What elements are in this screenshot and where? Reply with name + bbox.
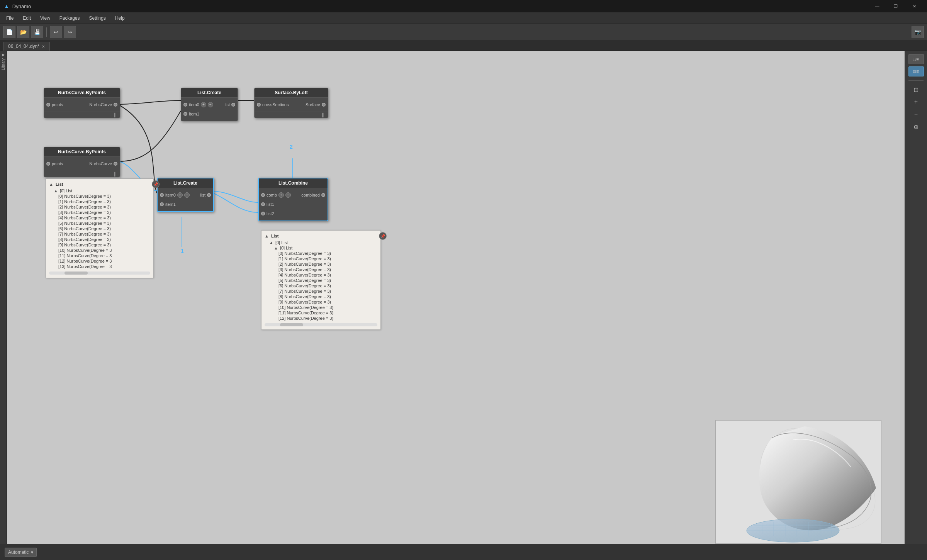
node-listcreate1[interactable]: List.Create item0 + − item1 (181, 88, 238, 121)
menu-item-settings[interactable]: Settings (85, 14, 110, 22)
node-listcombine[interactable]: List.Combine comb + − list1 li (258, 178, 328, 221)
port-dot-list2-in[interactable] (261, 212, 265, 216)
save-button[interactable]: 💾 (31, 26, 43, 38)
number-label-2: 2 (290, 144, 293, 150)
toolbar: 📄 📂 💾 ↩ ↪ 📷 (0, 24, 927, 40)
main-area: ▶ Library NurbsCurve.ByPoin (0, 51, 927, 544)
node-nurbscurve2[interactable]: NurbsCurve.ByPoints points NurbsCurve ▌ (44, 147, 120, 177)
node-listcombine-title: List.Combine (259, 178, 328, 188)
watch2-item-5: [3] NurbsCurve(Degree = 3) (265, 267, 377, 272)
port-list2: list2 (261, 210, 291, 217)
menu-item-file[interactable]: File (2, 14, 18, 22)
canvas[interactable]: NurbsCurve.ByPoints points NurbsCurve ▌ (7, 51, 905, 544)
zoom-out-button[interactable]: − (911, 109, 921, 119)
watch2-item-1: ▲ [0] List (265, 245, 377, 251)
watch2-title: List (271, 234, 279, 238)
node-nurbscurve1[interactable]: NurbsCurve.ByPoints points NurbsCurve ▌ (44, 88, 120, 118)
zoom-fit-button[interactable]: ⊡ (911, 85, 921, 95)
viewport-3d-svg (716, 421, 881, 544)
menu-item-help[interactable]: Help (110, 14, 129, 22)
panel-separator-1 (908, 80, 924, 81)
node-surface-byloft[interactable]: Surface.ByLoft crossSections Surface ▌ (254, 88, 328, 118)
menu-item-packages[interactable]: Packages (55, 14, 85, 22)
node-listcreate2-title: List.Create (158, 178, 213, 188)
port-dot-crosssections[interactable] (257, 103, 261, 107)
watch2-item-10: [8] NurbsCurve(Degree = 3) (265, 294, 377, 299)
minimize-button[interactable]: — (868, 0, 886, 12)
port-dot-combined[interactable] (321, 193, 325, 197)
mode-label: Automatic (8, 550, 29, 555)
dropdown-arrow-icon: ▾ (31, 550, 33, 555)
port-combined-out: combined (301, 191, 325, 199)
watch2-item-13: [11] NurbsCurve(Degree = 3) (265, 310, 377, 316)
statusbar: Automatic ▾ (0, 544, 927, 560)
add-port-comb[interactable]: + (278, 192, 284, 198)
port-dot-surface[interactable] (322, 103, 326, 107)
library-arrow-icon: ▶ (2, 53, 5, 57)
port-dot-nurbscurve1[interactable] (114, 103, 117, 107)
watch1-pin-button[interactable]: 📌 (152, 180, 160, 188)
maximize-button[interactable]: ❐ (887, 0, 905, 12)
port-dot-item0-2[interactable] (160, 193, 164, 197)
remove-port-btn2[interactable]: − (184, 192, 190, 198)
watch2-scrollbar[interactable] (265, 323, 377, 326)
add-port-btn2[interactable]: + (177, 192, 183, 198)
snapshot-button[interactable]: 📷 (912, 26, 924, 38)
app-icon: ▲ (4, 3, 9, 9)
port-dot-list2[interactable] (207, 193, 211, 197)
remove-port-btn1[interactable]: − (208, 102, 213, 107)
watch2-item-7: [5] NurbsCurve(Degree = 3) (265, 278, 377, 283)
port-dot-list1-in[interactable] (261, 202, 265, 206)
undo-button[interactable]: ↩ (50, 26, 62, 38)
port-dot-list1[interactable] (231, 103, 235, 107)
add-port-btn1[interactable]: + (201, 102, 206, 107)
mode-dropdown[interactable]: Automatic ▾ (5, 548, 37, 557)
menu-item-view[interactable]: View (36, 14, 55, 22)
redo-button[interactable]: ↪ (64, 26, 76, 38)
port-nurbscurve2-out: NurbsCurve (89, 160, 117, 168)
watch2-pin-button[interactable]: 📌 (379, 232, 387, 240)
port-dot-item1-2[interactable] (160, 202, 164, 206)
watch1-item-6: [5] NurbsCurve(Degree = 3) (49, 221, 150, 226)
watch2-item-3: [1] NurbsCurve(Degree = 3) (265, 256, 377, 261)
port-dot-item0-1[interactable] (183, 103, 187, 107)
zoom-extents-button[interactable]: ⊕ (911, 122, 921, 132)
watch1-scrollbar-thumb[interactable] (65, 272, 88, 275)
port-surface-out: Surface (306, 101, 326, 109)
remove-port-comb[interactable]: − (285, 192, 291, 198)
port-crosssections: crossSections (257, 101, 289, 109)
watch1-scrollbar[interactable] (49, 272, 150, 275)
node-nurbscurve1-title: NurbsCurve.ByPoints (44, 88, 120, 98)
port-dot-points1[interactable] (46, 103, 50, 107)
port-list1: list1 (261, 200, 291, 208)
zoom-in-button[interactable]: + (911, 97, 921, 107)
open-button[interactable]: 📂 (17, 26, 29, 38)
close-button[interactable]: ✕ (905, 0, 923, 12)
menu-item-edit[interactable]: Edit (18, 14, 36, 22)
port-dot-comb[interactable] (261, 193, 265, 197)
menubar: FileEditViewPackagesSettingsHelp (0, 12, 927, 24)
node-listcreate2[interactable]: List.Create item0 + − item1 (157, 178, 214, 212)
number-label-1: 1 (181, 248, 184, 254)
port-dot-nurbscurve2[interactable] (114, 162, 117, 166)
port-dot-item1-1[interactable] (183, 112, 187, 116)
watch1-item-12: [11] NurbsCurve(Degree = 3 (49, 253, 150, 258)
watch2-arrow: ▲ (265, 234, 269, 238)
watch2-scrollbar-thumb[interactable] (280, 323, 303, 326)
view-split-button[interactable]: ▤▥ (908, 66, 924, 76)
watch1-item-7: [6] NurbsCurve(Degree = 3) (49, 226, 150, 231)
tab-close-icon[interactable]: ✕ (42, 44, 45, 49)
tab-main[interactable]: 06_04_04.dyn* ✕ (3, 42, 50, 51)
node-surface-byloft-title: Surface.ByLoft (255, 88, 328, 98)
new-button[interactable]: 📄 (3, 26, 15, 38)
port-item1-2: item1 (160, 200, 190, 208)
view-2d-button[interactable]: ⬚⊞ (908, 54, 924, 64)
port-dot-points2[interactable] (46, 162, 50, 166)
watch2-item-0: ▲ [0] List (265, 240, 377, 245)
library-toggle[interactable]: ▶ Library (0, 51, 7, 544)
watch2-item-4: [2] NurbsCurve(Degree = 3) (265, 261, 377, 267)
port-item0-2: item0 + − (160, 191, 190, 199)
watch2-item-14: [12] NurbsCurve(Degree = 3) (265, 316, 377, 321)
port-comb: comb + − (261, 191, 291, 199)
watch-panel-1: ▲ List ▲ [0] List [0] NurbsCurve(Degree … (46, 178, 154, 278)
